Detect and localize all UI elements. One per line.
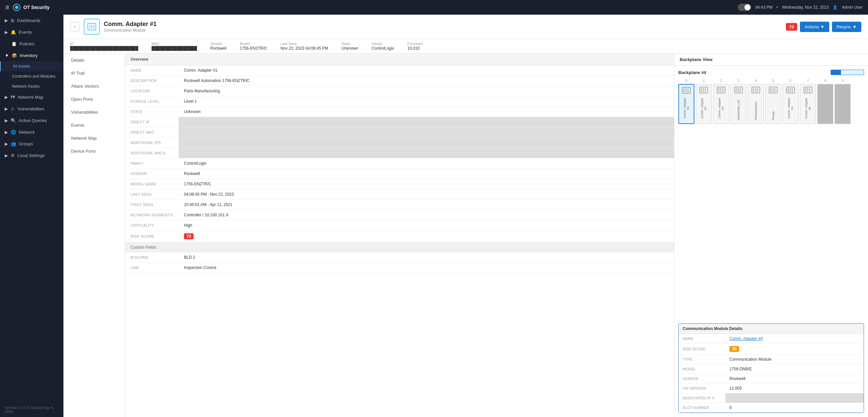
slot-box[interactable] bbox=[817, 84, 833, 124]
controllers-label: Controllers and Modules bbox=[12, 74, 55, 79]
sidebar-label-local-settings: Local Settings bbox=[18, 153, 45, 158]
left-nav-details[interactable]: Details bbox=[63, 54, 125, 67]
detail-row: ADDITIONAL IPS████████████████████ bbox=[125, 138, 674, 148]
left-nav-ip-trail[interactable]: IP Trail bbox=[63, 67, 125, 80]
sidebar-sub-item-all-assets[interactable]: All Assets bbox=[0, 61, 63, 71]
slot-box[interactable]: DeviceNet_L81 bbox=[731, 84, 746, 124]
sidebar-item-dashboards[interactable]: ▶ ⊞ Dashboards bbox=[0, 15, 63, 26]
slot-col[interactable]: 9 bbox=[835, 79, 850, 124]
detail-value: Unknown bbox=[179, 107, 674, 117]
comm-detail-key: TYPE bbox=[679, 355, 725, 364]
sidebar-item-local-settings[interactable]: ▶ ⚙ Local Settings bbox=[0, 150, 63, 161]
slot-col[interactable]: 5Rouge bbox=[765, 79, 781, 124]
slot-col[interactable]: 1Comm. Adapter #3 bbox=[696, 79, 712, 124]
sidebar-item-policies[interactable]: 📋 Policies bbox=[0, 38, 63, 50]
topbar-time: 04:43 PM bbox=[755, 5, 772, 10]
detail-value: Parts Manufacturing bbox=[179, 86, 674, 96]
custom-field-value: Inspection Control bbox=[179, 263, 674, 273]
detail-row: DESCRIPTIONRockwell Automation 1756-EN2T… bbox=[125, 76, 674, 86]
theme-toggle[interactable] bbox=[738, 4, 751, 11]
detail-key: RISK SCORE bbox=[125, 231, 179, 242]
slot-col[interactable]: 7Comm. Adapter #6 bbox=[800, 79, 816, 124]
module-icon bbox=[87, 21, 97, 32]
overview-section-title: Overview bbox=[125, 54, 674, 65]
meta-state-label: State bbox=[342, 42, 358, 46]
detail-row: DIRECT IP██████████ bbox=[125, 117, 674, 127]
comm-detail-key: SLOT NUMBER bbox=[679, 403, 725, 413]
asset-title-block: Comm. Adapter #1 Communication Module bbox=[104, 21, 782, 33]
detail-key: NAME bbox=[125, 65, 179, 76]
comm-detail-key: VENDOR bbox=[679, 374, 725, 384]
slot-module-icon bbox=[769, 86, 778, 95]
user-icon: 👤 bbox=[833, 5, 838, 10]
slot-col[interactable]: 6Comm. Adapter #1 bbox=[782, 79, 799, 124]
svg-rect-33 bbox=[792, 88, 793, 92]
sidebar-item-events[interactable]: ▶ 🔔 Events bbox=[0, 26, 63, 38]
slot-module-icon bbox=[786, 86, 795, 95]
sidebar-item-inventory[interactable]: ▼ 📦 Inventory bbox=[0, 50, 63, 61]
left-nav-device-ports[interactable]: Device Ports bbox=[63, 145, 125, 158]
detail-key: PURDUE LEVEL bbox=[125, 96, 179, 107]
meta-last-seen-value: Nov 22, 2023 04:08:45 PM bbox=[280, 46, 328, 51]
meta-row: IP ████████████████████████ MAC ████████… bbox=[63, 39, 868, 54]
slot-box[interactable]: Comm. Adapter #5 bbox=[713, 84, 729, 124]
detail-key: LAST SEEN bbox=[125, 189, 179, 200]
sidebar-label-inventory: Inventory bbox=[20, 53, 37, 58]
hamburger-icon[interactable]: ☰ bbox=[5, 5, 9, 10]
meta-model-label: Model bbox=[240, 42, 267, 46]
svg-rect-36 bbox=[807, 88, 808, 92]
sidebar-item-network-map[interactable]: ▶ 🗺 Network Map bbox=[0, 91, 63, 103]
detail-key: FIRST SEEN bbox=[125, 200, 179, 210]
slot-box[interactable]: Perseverance bbox=[748, 84, 764, 124]
svg-rect-27 bbox=[770, 88, 772, 92]
detail-row: PURDUE LEVELLevel 1 bbox=[125, 96, 674, 107]
slot-col[interactable]: 2Comm. Adapter #5 bbox=[713, 79, 729, 124]
svg-rect-19 bbox=[736, 88, 737, 92]
slot-col[interactable]: 8 bbox=[817, 79, 833, 124]
network-map-icon: 🗺 bbox=[11, 95, 15, 100]
slot-col[interactable]: 3DeviceNet_L81 bbox=[731, 79, 746, 124]
sidebar-sub-item-network-assets[interactable]: Network Assets bbox=[0, 81, 63, 91]
topbar-right: 04:43 PM • Wednesday, Nov 22, 2023 👤 Adm… bbox=[738, 4, 863, 11]
detail-value: 72 bbox=[179, 231, 674, 242]
sidebar-sub-item-controllers[interactable]: Controllers and Modules bbox=[0, 71, 63, 81]
slot-box[interactable] bbox=[835, 84, 850, 124]
slot-box[interactable]: Comm. Adapter #4 bbox=[678, 84, 694, 124]
slot-box[interactable]: Comm. Adapter #6 bbox=[800, 84, 816, 124]
left-nav-open-ports[interactable]: Open Ports bbox=[63, 93, 125, 106]
detail-row: FAMILYControlLogix bbox=[125, 158, 674, 169]
main-layout: ▶ ⊞ Dashboards ▶ 🔔 Events 📋 Policies ▼ 📦… bbox=[0, 15, 868, 417]
caret-icon-vuln: ▶ bbox=[5, 106, 8, 111]
slot-label: Comm. Adapter #1 bbox=[787, 95, 794, 121]
slot-box[interactable]: Rouge bbox=[765, 84, 781, 124]
comm-name-link[interactable]: Comm. Adapter #4 bbox=[730, 336, 763, 341]
slot-box[interactable]: Comm. Adapter #3 bbox=[696, 84, 712, 124]
actions-button[interactable]: Actions ▼ bbox=[800, 22, 829, 32]
collapse-button[interactable]: « bbox=[70, 22, 80, 31]
left-nav-vulnerabilities[interactable]: Vulnerabilities bbox=[63, 106, 125, 119]
left-nav-attack-vectors[interactable]: Attack Vectors bbox=[63, 80, 125, 93]
sidebar-item-vulnerabilities[interactable]: ▶ ⚠ Vulnerabilities bbox=[0, 103, 63, 115]
slot-box[interactable]: Comm. Adapter #1 bbox=[782, 84, 799, 124]
left-nav-events[interactable]: Events bbox=[63, 119, 125, 132]
resync-button[interactable]: Resync ▼ bbox=[832, 22, 861, 32]
topbar-date: Wednesday, Nov 22, 2023 bbox=[782, 5, 829, 10]
sidebar-item-groups[interactable]: ▶ 👥 Groups bbox=[0, 138, 63, 150]
slot-number: 8 bbox=[824, 79, 826, 83]
detail-panel: Overview NAMEComm. Adapter #1DESCRIPTION… bbox=[125, 54, 674, 417]
meta-ip-value: ████████████████████████ bbox=[70, 46, 138, 51]
sidebar-item-active-queries[interactable]: ▶ 🔍 Active Queries bbox=[0, 115, 63, 126]
meta-vendor-label: Vendor bbox=[210, 42, 226, 46]
caret-icon-groups: ▶ bbox=[5, 141, 8, 146]
slot-label: Rouge bbox=[772, 110, 775, 121]
slot-col[interactable]: 4Perseverance bbox=[748, 79, 764, 124]
detail-key: CRITICALITY bbox=[125, 220, 179, 231]
meta-model-value: 1756-EN2TR/C bbox=[240, 46, 267, 51]
network-icon: 🌐 bbox=[11, 130, 16, 135]
vuln-icon: ⚠ bbox=[11, 106, 15, 111]
left-nav-network-map[interactable]: Network Map bbox=[63, 132, 125, 145]
left-nav: Details IP Trail Attack Vectors Open Por… bbox=[63, 54, 125, 417]
slot-col[interactable]: 0Comm. Adapter #4 bbox=[678, 79, 694, 124]
comm-detail-row: TYPECommunication Module bbox=[679, 355, 864, 364]
sidebar-item-network[interactable]: ▶ 🌐 Network bbox=[0, 126, 63, 138]
